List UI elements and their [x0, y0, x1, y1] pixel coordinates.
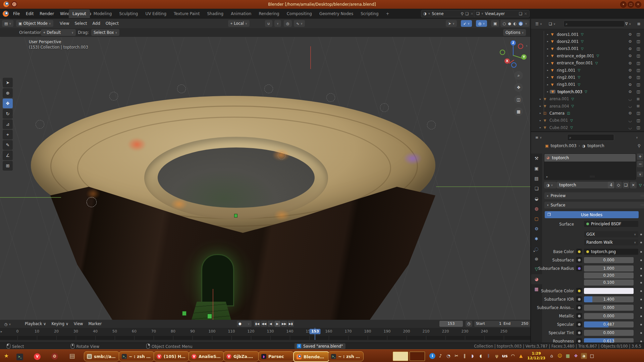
properties-row-metallic-value[interactable]: 0.000 [584, 313, 634, 319]
snap-toggle[interactable]: ∪ [265, 20, 272, 27]
render-enabled-icon[interactable]: ◫ [637, 32, 640, 37]
slot-expand-icon[interactable]: ▸ [546, 175, 548, 178]
properties-row-subsurface-ior-value[interactable]: 1.400 [584, 296, 634, 302]
expand-icon[interactable]: ▸ [546, 33, 550, 36]
files-launcher-icon[interactable]: ▤ [68, 352, 76, 360]
play[interactable]: ▶ [274, 321, 280, 327]
expand-icon[interactable]: ▸ [546, 40, 550, 43]
ruler-tick-140[interactable]: 140 [286, 329, 293, 334]
viewport-menu-view[interactable]: View [57, 19, 72, 28]
eye-closed-icon[interactable]: ◡ [629, 125, 632, 130]
clipboard-scissors-icon[interactable]: ✂ [453, 353, 460, 359]
properties-row-subsurface-radius-value-2[interactable]: 0.100 [584, 280, 634, 286]
tool-measure[interactable]: ∠ [3, 150, 13, 160]
workspace-tab-modeling[interactable]: Modeling [90, 9, 116, 18]
properties-row-subsurface-aniso--socket[interactable] [576, 305, 582, 310]
ruler-tick-80[interactable]: 80 [171, 329, 175, 334]
object-name[interactable]: Cube.002 [549, 125, 568, 130]
tool-select-box[interactable]: ➤ [3, 78, 13, 87]
properties-editor-icon[interactable]: ≡∨ [533, 134, 544, 141]
unlink-material-icon[interactable]: × [630, 182, 637, 188]
breadcrumb-material[interactable]: toptorch [587, 143, 604, 148]
object-name[interactable]: entrance_floor.001 [557, 61, 593, 65]
properties-row-subsurface-radius-value-1[interactable]: 0.200 [584, 273, 634, 279]
expand-icon[interactable]: ▸ [546, 76, 550, 79]
keyframe-dot[interactable] [640, 259, 642, 261]
workspace-tab-compositing[interactable]: Compositing [283, 9, 316, 18]
object-name[interactable]: ring3.001 [557, 82, 575, 87]
outliner-item-ring1-001[interactable]: ▸▼ring1.001▽⊙◫ [531, 67, 644, 74]
material-filter-icon[interactable]: ▽∨ [639, 182, 644, 188]
workspace-tab-scripting[interactable]: Scripting [357, 9, 382, 18]
play-reverse[interactable]: ◀ [268, 321, 274, 327]
keyframe-dot[interactable] [640, 307, 642, 309]
media-player-icon[interactable]: ◔ [445, 353, 451, 359]
outliner-item-doors3-001[interactable]: ▸▼doors3.001▽⊙◫ [531, 45, 644, 52]
ruler-tick-190[interactable]: 190 [384, 329, 391, 334]
drag-dropdown[interactable]: Select Box∨ [91, 29, 119, 36]
current-frame-field[interactable]: 153 [439, 321, 463, 327]
render-enabled-icon[interactable]: ◫ [637, 75, 640, 79]
properties-row-base-color-expand-icon[interactable]: ▸ [534, 249, 535, 253]
task-parsec-5[interactable]: ◗Parsec [258, 351, 294, 361]
jump-to-start[interactable]: ▮◀ [254, 321, 260, 327]
gizmo-minus-z-axis[interactable] [511, 62, 517, 68]
material-slot-list[interactable]: ◕ toptorch ▸ ∷∷ [544, 154, 636, 180]
volume-icon[interactable]: ◖ [478, 353, 484, 359]
outliner-item-ring3-001[interactable]: ▸▼ring3.001▽⊙◫ [531, 81, 644, 88]
add-slot-button[interactable]: + [637, 154, 643, 160]
pan-hand-icon[interactable]: ✥ [514, 83, 523, 92]
task-files-0[interactable]: ▤smb://awv... [84, 351, 119, 361]
task-terminal-7[interactable]: >_~ : zsh — Ko... [328, 351, 364, 361]
menu-file[interactable]: File [10, 9, 23, 19]
ruler-tick-210[interactable]: 210 [423, 329, 430, 334]
keyframe-dot[interactable] [640, 315, 642, 317]
slot-specials-button[interactable]: ∨ [637, 172, 643, 177]
clock[interactable]: 1:2912/12/23 [527, 351, 545, 361]
eye-open-icon[interactable]: ⊙ [629, 54, 632, 58]
gizmo-minus-y-axis[interactable] [500, 50, 505, 55]
workspace-tab-animation[interactable]: Animation [227, 9, 255, 18]
ruler-tick-40[interactable]: 40 [93, 329, 98, 334]
object-name[interactable]: toptorch.003 [557, 89, 582, 94]
eye-open-icon[interactable]: ⊙ [629, 82, 632, 87]
outliner-filter-icon[interactable]: ∇∨ [623, 20, 633, 27]
task-vivaldi-3[interactable]: VAnalieStar ... [189, 351, 224, 361]
properties-tab-scene[interactable]: ◒ [531, 194, 542, 204]
timeline-collapse-icon[interactable]: ▸ [1, 330, 2, 333]
emoji-icon[interactable]: ☺ [557, 353, 563, 359]
eye-open-icon[interactable]: ⊙ [629, 111, 632, 115]
timeline-scrollbar[interactable] [0, 340, 530, 343]
outliner-item-entrance_floor-001[interactable]: ▸▼entrance_floor.001▽⊙◫ [531, 60, 644, 67]
timeline-editor-icon[interactable]: ◷∨ [2, 321, 13, 327]
properties-row-subsurface-value[interactable]: 0.000 [584, 257, 634, 263]
viewport-menu-add[interactable]: Add [90, 19, 103, 28]
copy-material-icon[interactable]: ❏ [623, 182, 629, 188]
outliner-item-arena-004[interactable]: ▸▼arena.004▽◡⊠ [531, 103, 644, 110]
frame-end-field[interactable]: End 250 [502, 321, 530, 327]
properties-row-specular-socket[interactable] [576, 321, 582, 327]
material-name-field[interactable]: toptorch [557, 182, 612, 188]
empty-marker[interactable] [427, 121, 436, 129]
color-picker-icon[interactable]: ❖ [573, 353, 579, 359]
ruler-tick-160[interactable]: 160 [325, 329, 332, 334]
pause-icon[interactable]: ∥ [462, 353, 468, 359]
surface-shader-button[interactable]: Principled BSDF [584, 221, 638, 227]
expand-icon[interactable]: ▸ [546, 83, 550, 86]
sidebar-collapse-icon[interactable]: ‹ [526, 44, 527, 48]
falloff-dropdown[interactable]: ∿∨ [294, 20, 305, 27]
surface-panel-header[interactable]: ▾ Surface ∷∷ [544, 202, 644, 208]
tool-transform[interactable]: ⌖ [3, 130, 13, 139]
next-keyframe[interactable]: ▶▶ [281, 321, 287, 327]
ruler-tick-70[interactable]: 70 [151, 329, 156, 334]
expand-icon[interactable]: ▸ [538, 119, 542, 122]
ruler-tick-90[interactable]: 90 [190, 329, 195, 334]
timeline-menu-keying[interactable]: Keying ∨ [49, 320, 71, 328]
minimize-button[interactable]: ▾ [620, 1, 627, 8]
navigation-gizmo[interactable]: Z Y X [499, 40, 527, 68]
ruler-tick-30[interactable]: 30 [73, 329, 78, 334]
workspace-tab-geometry-nodes[interactable]: Geometry Nodes [316, 9, 357, 18]
ruler-tick-180[interactable]: 180 [364, 329, 371, 334]
pin-icon[interactable]: ⚲ [638, 143, 641, 148]
options-dropdown[interactable]: Options∨ [503, 29, 526, 36]
